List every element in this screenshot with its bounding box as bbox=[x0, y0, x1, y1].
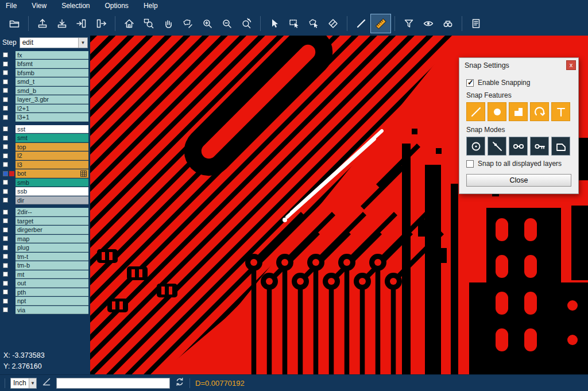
layer-row-2dir[interactable]: 2dir-- bbox=[0, 208, 90, 217]
menu-view[interactable]: View bbox=[32, 2, 47, 10]
layer-visibility-checkbox[interactable] bbox=[3, 227, 8, 233]
layer-row-npt[interactable]: npt bbox=[0, 297, 90, 306]
layer-visibility-checkbox[interactable] bbox=[3, 245, 8, 250]
eye-icon[interactable] bbox=[419, 14, 438, 33]
layer-row-target[interactable]: target bbox=[0, 216, 90, 226]
zoom-window-icon[interactable] bbox=[139, 14, 158, 33]
layer-visibility-checkbox[interactable] bbox=[3, 299, 8, 304]
layer-visibility-checkbox[interactable] bbox=[3, 307, 8, 312]
filter-icon[interactable] bbox=[399, 14, 419, 33]
report-icon[interactable] bbox=[466, 14, 486, 33]
layer-visibility-checkbox[interactable] bbox=[3, 136, 8, 141]
layer-row-l3plus1[interactable]: l3+1 bbox=[0, 113, 90, 122]
snap-all-layers-checkbox[interactable] bbox=[466, 160, 474, 168]
layer-row-sst[interactable]: sst bbox=[0, 125, 90, 134]
layer-row-map[interactable]: map bbox=[0, 234, 90, 243]
layer-row-smt[interactable]: smt bbox=[0, 134, 90, 143]
layer-visibility-checkbox[interactable] bbox=[3, 189, 8, 194]
layer-visibility-checkbox[interactable] bbox=[3, 198, 8, 203]
layer-row-l3[interactable]: l3 bbox=[0, 160, 90, 169]
layer-visibility-checkbox[interactable] bbox=[3, 289, 8, 295]
layer-row-fx[interactable]: fx bbox=[0, 51, 90, 60]
layer-visibility-checkbox[interactable] bbox=[3, 281, 8, 286]
select-rectangle-icon[interactable] bbox=[284, 14, 304, 33]
layer-row-plug[interactable]: plug bbox=[0, 243, 90, 253]
layer-visibility-checkbox[interactable] bbox=[3, 126, 8, 131]
layer-visibility-checkbox[interactable] bbox=[3, 263, 8, 268]
layer-row-via[interactable]: via bbox=[0, 305, 90, 315]
layer-row-smd_b[interactable]: smd_b bbox=[0, 86, 90, 95]
home-icon[interactable] bbox=[119, 14, 139, 33]
zoom-polygon-icon[interactable] bbox=[178, 14, 198, 33]
layer-visibility-checkbox[interactable] bbox=[3, 88, 8, 93]
menu-help[interactable]: Help bbox=[144, 2, 158, 10]
layer-row-l2plus1[interactable]: l2+1 bbox=[0, 104, 90, 113]
command-input[interactable] bbox=[56, 378, 170, 389]
close-icon[interactable]: x bbox=[566, 60, 576, 70]
layer-visibility-checkbox[interactable] bbox=[3, 115, 8, 120]
close-button[interactable]: Close bbox=[466, 174, 571, 187]
snap-contour-icon[interactable] bbox=[551, 137, 570, 156]
refresh-icon[interactable] bbox=[175, 377, 184, 389]
layer-visibility-checkbox[interactable] bbox=[3, 153, 8, 158]
snap-midpoint-icon[interactable] bbox=[509, 137, 528, 156]
snap-line-icon[interactable] bbox=[466, 102, 485, 121]
layer-row-ssb[interactable]: ssb bbox=[0, 187, 90, 196]
snap-pad-shape-icon[interactable] bbox=[509, 102, 528, 121]
select-cursor-icon[interactable] bbox=[265, 14, 284, 33]
snap-center-icon[interactable] bbox=[466, 137, 485, 156]
download-icon[interactable] bbox=[52, 14, 72, 33]
zoom-previous-icon[interactable] bbox=[237, 14, 256, 33]
layer-visibility-checkbox[interactable] bbox=[3, 61, 8, 67]
layer-row-l2[interactable]: l2 bbox=[0, 152, 90, 161]
menu-file[interactable]: File bbox=[6, 2, 17, 10]
menu-selection[interactable]: Selection bbox=[61, 2, 90, 10]
layer-row-smd_t[interactable]: smd_t bbox=[0, 78, 90, 87]
layer-visibility-checkbox[interactable] bbox=[3, 254, 8, 259]
layer-visibility-checkbox[interactable] bbox=[3, 162, 8, 167]
layer-visibility-checkbox[interactable] bbox=[3, 144, 8, 149]
upload-icon[interactable] bbox=[33, 14, 52, 33]
layer-row-layer_3[interactable]: layer_3.gbr bbox=[0, 95, 90, 104]
layer-visibility-checkbox[interactable] bbox=[3, 218, 8, 223]
export-icon[interactable] bbox=[91, 14, 111, 33]
layer-visibility-checkbox[interactable] bbox=[3, 106, 8, 111]
enable-snapping-checkbox[interactable] bbox=[466, 79, 474, 87]
layer-row-tm-t[interactable]: tm-t bbox=[0, 252, 90, 261]
dialog-titlebar[interactable]: Snap Settings x bbox=[459, 58, 578, 72]
snap-key-point-icon[interactable] bbox=[530, 137, 549, 156]
step-select[interactable]: edit ▼ bbox=[20, 37, 88, 48]
snap-point-on-line-icon[interactable] bbox=[488, 137, 506, 156]
unit-select[interactable]: Inch ▼ bbox=[10, 378, 37, 389]
layer-row-bfsmt[interactable]: bfsmt bbox=[0, 60, 90, 69]
layer-row-mt[interactable]: mt bbox=[0, 270, 90, 279]
layer-row-pth[interactable]: pth bbox=[0, 288, 90, 297]
layer-row-top[interactable]: top bbox=[0, 142, 90, 152]
layer-visibility-checkbox[interactable] bbox=[3, 79, 8, 84]
measure-ruler-icon[interactable] bbox=[371, 14, 390, 33]
layer-visibility-checkbox[interactable] bbox=[3, 180, 8, 185]
layer-row-dir[interactable]: dir bbox=[0, 196, 90, 205]
zoom-in-icon[interactable] bbox=[198, 14, 217, 33]
select-polygon-icon[interactable] bbox=[304, 14, 323, 33]
layer-visibility-checkbox[interactable] bbox=[3, 171, 8, 176]
layer-visibility-checkbox[interactable] bbox=[3, 236, 8, 241]
layer-visibility-checkbox[interactable] bbox=[3, 97, 8, 102]
snap-text-icon[interactable] bbox=[551, 102, 570, 121]
zoom-out-icon[interactable] bbox=[217, 14, 237, 33]
layer-row-bfsmb[interactable]: bfsmb bbox=[0, 68, 90, 78]
draw-line-icon[interactable] bbox=[351, 14, 371, 33]
snap-pad-circle-icon[interactable] bbox=[488, 102, 506, 121]
search-icon[interactable] bbox=[438, 14, 458, 33]
pan-hand-icon[interactable] bbox=[158, 14, 178, 33]
layer-row-dirgerber[interactable]: dirgerber bbox=[0, 226, 90, 235]
snap-arc-icon[interactable] bbox=[530, 102, 549, 121]
layer-visibility-checkbox[interactable] bbox=[3, 210, 8, 215]
layer-visibility-checkbox[interactable] bbox=[3, 52, 8, 57]
layer-row-bot[interactable]: bot bbox=[0, 169, 90, 179]
layer-row-out[interactable]: out bbox=[0, 279, 90, 288]
layer-row-tm-b[interactable]: tm-b bbox=[0, 261, 90, 270]
transform-icon[interactable] bbox=[323, 14, 343, 33]
open-icon[interactable] bbox=[5, 14, 24, 33]
canvas-area[interactable]: Snap Settings x Enable Snapping Snap Fea… bbox=[90, 36, 588, 374]
